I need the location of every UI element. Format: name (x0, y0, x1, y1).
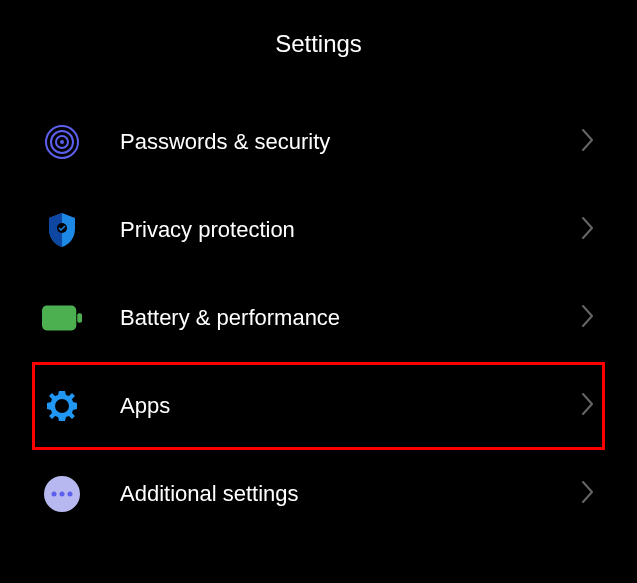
fingerprint-icon (42, 122, 82, 162)
gear-icon (42, 386, 82, 426)
menu-list: Passwords & security Privacy protection (0, 98, 637, 538)
battery-icon (42, 298, 82, 338)
svg-point-3 (60, 140, 64, 144)
svg-point-11 (68, 492, 73, 497)
svg-rect-6 (77, 313, 82, 323)
menu-item-apps[interactable]: Apps (32, 362, 605, 450)
menu-item-passwords-security[interactable]: Passwords & security (0, 98, 637, 186)
chevron-right-icon (581, 216, 595, 244)
svg-point-7 (55, 399, 69, 413)
menu-item-label: Additional settings (120, 481, 581, 507)
menu-item-battery-performance[interactable]: Battery & performance (0, 274, 637, 362)
menu-item-privacy-protection[interactable]: Privacy protection (0, 186, 637, 274)
more-icon (42, 474, 82, 514)
menu-item-label: Privacy protection (120, 217, 581, 243)
chevron-right-icon (581, 480, 595, 508)
shield-icon (42, 210, 82, 250)
menu-item-label: Battery & performance (120, 305, 581, 331)
chevron-right-icon (581, 392, 595, 420)
menu-item-label: Apps (120, 393, 581, 419)
menu-item-additional-settings[interactable]: Additional settings (0, 450, 637, 538)
svg-point-9 (52, 492, 57, 497)
page-title: Settings (0, 30, 637, 58)
chevron-right-icon (581, 128, 595, 156)
svg-rect-5 (42, 306, 76, 331)
chevron-right-icon (581, 304, 595, 332)
header: Settings (0, 0, 637, 98)
svg-point-10 (60, 492, 65, 497)
menu-item-label: Passwords & security (120, 129, 581, 155)
